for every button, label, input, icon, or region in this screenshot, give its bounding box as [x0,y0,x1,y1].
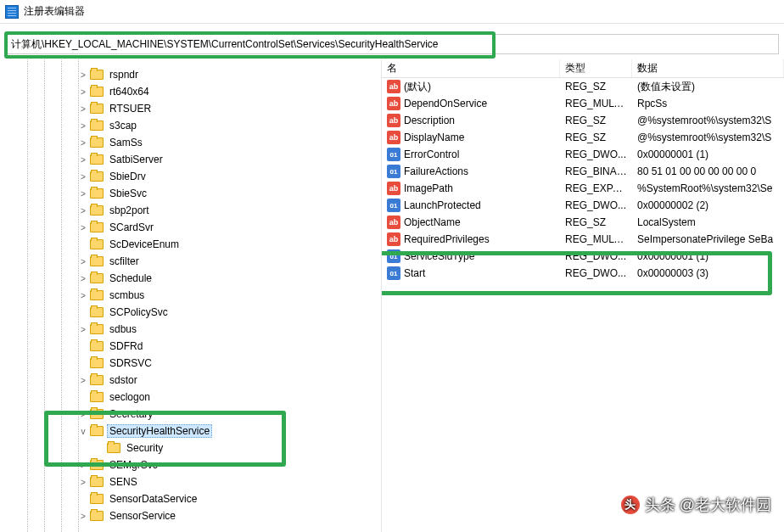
folder-icon [90,511,104,521]
value-data: LocalSystem [632,216,784,228]
tree-item-label: SamSs [107,136,145,149]
tree-item[interactable]: >SatbiServer [0,151,381,168]
value-name: LaunchProtected [404,199,481,211]
string-value-icon [387,182,400,195]
value-row[interactable]: FailureActionsREG_BINARY80 51 01 00 00 0… [382,163,784,180]
value-row[interactable]: DependOnServiceREG_MULT...RpcSs [382,95,784,112]
tree-item-label: sbp2port [107,204,152,217]
value-data: @%systemroot%\system32\S [632,132,784,143]
value-name: ObjectName [404,216,461,228]
value-name: FailureActions [404,165,468,177]
value-type: REG_DWO... [560,199,632,211]
value-row[interactable]: LaunchProtectedREG_DWO...0x00000002 (2) [382,197,784,214]
string-value-icon [387,114,400,127]
tree-item[interactable]: >sdbus [0,321,381,338]
tree-item[interactable]: >SamSs [0,134,381,151]
value-data: (数值未设置) [632,80,784,94]
tree-item[interactable]: SensorDataService [0,490,381,507]
tree-item-label: SCPolicySvc [107,305,171,319]
string-value-icon [387,216,400,229]
expand-toggle-icon[interactable]: > [78,512,88,521]
expand-toggle-icon[interactable]: > [78,172,88,182]
watermark: 头 头条 @老大软件园 [621,495,771,515]
value-data: SeImpersonatePrivilege SeBa [632,233,784,245]
tree-item[interactable]: seclogon [0,389,381,406]
folder-icon [90,256,104,266]
expand-toggle-icon[interactable]: > [78,376,88,385]
tree-item[interactable]: >SbieSvc [0,185,381,202]
value-row[interactable]: ImagePathREG_EXPA...%SystemRoot%\system3… [382,180,784,197]
tree-item[interactable]: >SbieDrv [0,168,381,185]
col-name[interactable]: 名 [382,59,560,77]
value-type: REG_SZ [560,81,632,92]
tree-item[interactable]: >RTSUER [0,100,381,117]
tree-item-label: sdstor [107,373,140,387]
tree-item[interactable]: SDFRd [0,338,381,355]
value-data: %SystemRoot%\system32\Se [632,182,784,194]
titlebar: 注册表编辑器 [0,0,784,24]
value-type: REG_DWO... [560,148,632,160]
tree-item[interactable]: >Schedule [0,270,381,287]
expand-toggle-icon[interactable]: > [78,223,88,232]
tree-item[interactable]: >SCardSvr [0,219,381,236]
tree-item-label: SENS [107,475,140,489]
tree-item[interactable]: >SENS [0,473,381,490]
expand-toggle-icon[interactable]: > [78,206,88,216]
expand-toggle-icon[interactable]: > [78,274,88,283]
string-value-icon [387,80,400,93]
tree-item[interactable]: SCPolicySvc [0,304,381,321]
expand-toggle-icon[interactable]: > [78,478,88,487]
tree-item[interactable]: >SensorService [0,507,381,524]
tree-item-label: SensorDataService [107,492,199,506]
tree-item-label: SatbiServer [107,153,165,166]
tree-item[interactable]: >sbp2port [0,202,381,219]
main-pane: >rspndr>rt640x64>RTSUER>s3cap>SamSs>Satb… [0,59,784,532]
regedit-icon [5,5,19,19]
value-type: REG_MULT... [560,98,632,109]
expand-toggle-icon[interactable]: > [78,87,88,97]
value-row[interactable]: DisplayNameREG_SZ@%systemroot%\system32\… [382,129,784,146]
tree-item[interactable]: >s3cap [0,117,381,134]
value-type: REG_SZ [560,115,632,126]
expand-toggle-icon[interactable]: > [78,70,88,80]
tree-item-label: SDRSVC [107,356,154,370]
expand-toggle-icon[interactable]: > [78,155,88,165]
tree-item[interactable]: ScDeviceEnum [0,236,381,253]
expand-toggle-icon[interactable]: > [78,325,88,334]
value-row[interactable]: DescriptionREG_SZ@%systemroot%\system32\… [382,112,784,129]
tree-item[interactable]: >rspndr [0,66,381,83]
expand-toggle-icon[interactable]: > [78,257,88,266]
tree-item[interactable]: >scmbus [0,287,381,304]
value-row[interactable]: ErrorControlREG_DWO...0x00000001 (1) [382,146,784,163]
expand-toggle-icon[interactable]: > [78,138,88,148]
binary-value-icon [387,165,400,178]
expand-toggle-icon[interactable]: > [78,121,88,131]
tree-item-label: SbieSvc [107,187,149,200]
tree-item[interactable]: >scfilter [0,253,381,270]
tree-item-label: ScDeviceEnum [107,238,182,251]
value-data: @%systemroot%\system32\S [632,115,784,126]
expand-toggle-icon[interactable]: > [78,104,88,114]
values-list[interactable]: 名 类型 数据 (默认)REG_SZ(数值未设置)DependOnService… [382,59,784,532]
col-type[interactable]: 类型 [560,59,632,77]
expand-toggle-icon[interactable]: > [78,291,88,300]
value-row[interactable]: ObjectNameREG_SZLocalSystem [382,214,784,231]
tree-item[interactable]: >sdstor [0,372,381,389]
folder-icon [90,477,104,487]
folder-icon [90,137,104,148]
value-data: RpcSs [632,98,784,109]
value-type: REG_SZ [560,216,632,228]
value-row[interactable]: (默认)REG_SZ(数值未设置) [382,78,784,95]
tree-item-label: SbieDrv [107,170,148,183]
tree-view[interactable]: >rspndr>rt640x64>RTSUER>s3cap>SamSs>Satb… [0,59,382,532]
column-headers[interactable]: 名 类型 数据 [382,59,784,78]
expand-toggle-icon[interactable]: > [78,189,88,199]
value-row[interactable]: RequiredPrivilegesREG_MULT...SeImpersona… [382,231,784,248]
col-data[interactable]: 数据 [632,59,784,77]
folder-icon [90,87,104,97]
value-name: DisplayName [404,132,464,143]
tree-item[interactable]: SDRSVC [0,355,381,372]
tree-item-label: rt640x64 [107,85,152,98]
tree-item-label: scmbus [107,288,147,302]
tree-item[interactable]: >rt640x64 [0,83,381,100]
